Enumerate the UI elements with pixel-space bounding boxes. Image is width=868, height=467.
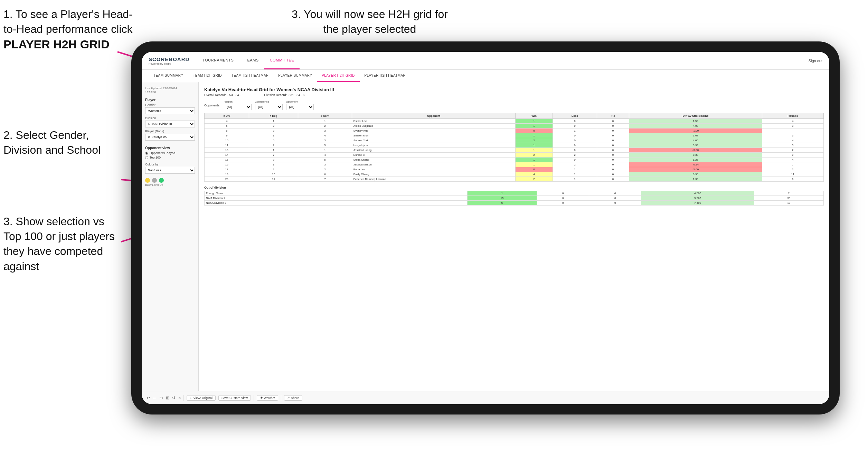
filter-region-select[interactable]: (All) bbox=[224, 104, 252, 110]
filter-region: Region (All) bbox=[224, 100, 252, 110]
data-table: # Div # Reg # Conf Opponent Win Loss Tie… bbox=[204, 113, 824, 182]
cell-win: 0 bbox=[515, 167, 553, 172]
colour-dots bbox=[145, 178, 195, 183]
cell-rounds: 2 bbox=[762, 167, 823, 172]
cell-opponent: Jessica Mason bbox=[352, 162, 515, 167]
toolbar-redo[interactable]: ↪ bbox=[160, 395, 163, 400]
cell-out-loss: 0 bbox=[537, 196, 589, 201]
cell-diff: 3.33 bbox=[629, 143, 762, 148]
cell-out-tie: 0 bbox=[589, 201, 641, 206]
cell-conf: 2 bbox=[298, 167, 352, 172]
nav-teams[interactable]: TEAMS bbox=[239, 52, 264, 69]
cell-div: 9 bbox=[205, 133, 249, 138]
cell-opponent: Federica Domecq Lacroze bbox=[352, 177, 515, 182]
nav-sign-out[interactable]: Sign out bbox=[809, 59, 822, 63]
nav-items: TOURNAMENTS TEAMS COMMITTEE bbox=[197, 52, 809, 69]
nav-committee[interactable]: COMMITTEE bbox=[264, 52, 300, 69]
cell-tie: 0 bbox=[597, 172, 629, 177]
cell-rounds: 7 bbox=[762, 162, 823, 167]
cell-diff: -3.00 bbox=[629, 148, 762, 153]
sub-nav-player-h2h-heatmap[interactable]: PLAYER H2H HEATMAP bbox=[360, 70, 411, 82]
cell-div: 19 bbox=[205, 172, 249, 177]
cell-reg: 6 bbox=[249, 138, 298, 143]
colour-label: Colour by bbox=[145, 163, 195, 166]
sidebar: Last Updated: 27/03/2024 16:55:38 Player… bbox=[142, 82, 199, 404]
cell-div: 18 bbox=[205, 167, 249, 172]
sidebar-player-label: Player bbox=[145, 98, 195, 102]
cell-loss: 2 bbox=[553, 153, 597, 158]
cell-out-loss: 0 bbox=[537, 191, 589, 196]
out-div-row: NCAA Division 2 5 0 0 7.400 10 bbox=[205, 201, 824, 206]
filter-conference-select[interactable]: (All) bbox=[255, 104, 283, 110]
sub-nav-team-h2h-heatmap[interactable]: TEAM H2H HEATMAP bbox=[227, 70, 273, 82]
cell-rounds: 6 bbox=[762, 177, 823, 182]
cell-reg: 10 bbox=[249, 172, 298, 177]
th-diff: Diff Av Strokes/Rnd bbox=[629, 113, 762, 119]
table-row: 14 7 4 Eunice Yi 2 2 0 0.38 9 bbox=[205, 153, 824, 158]
sub-nav-player-h2h-grid[interactable]: PLAYER H2H GRID bbox=[317, 70, 359, 82]
nav-tournaments[interactable]: TOURNAMENTS bbox=[197, 52, 239, 69]
filter-opponent-select[interactable]: (All) bbox=[286, 104, 314, 110]
table-row: 4 1 1 Esther Lee 1 0 0 1.50 4 bbox=[205, 119, 824, 124]
cell-rounds: 3 bbox=[762, 133, 823, 138]
cell-opponent: Jessica Huang bbox=[352, 148, 515, 153]
cell-out-diff: 4.500 bbox=[641, 191, 754, 196]
colour-select[interactable]: Win/Loss bbox=[145, 167, 195, 174]
toolbar-refresh[interactable]: ↺ bbox=[172, 395, 176, 400]
sidebar-gender-select[interactable]: Women's Men's bbox=[145, 107, 195, 114]
logo-title: SCOREBOARD bbox=[149, 56, 190, 62]
toolbar-circle[interactable]: ○ bbox=[178, 395, 181, 400]
toolbar-undo[interactable]: ↩ bbox=[147, 395, 150, 400]
toolbar-save-custom-view[interactable]: Save Custom View bbox=[218, 395, 251, 401]
toolbar-view-original[interactable]: ⊡ View: Original bbox=[187, 395, 216, 401]
cell-win: 1 bbox=[515, 133, 553, 138]
cell-reg: 1 bbox=[249, 162, 298, 167]
filter-opponent-label: Opponent bbox=[286, 100, 314, 103]
out-of-division-table: Foreign Team 1 0 0 4.500 2 NAIA Division… bbox=[204, 191, 824, 206]
cell-rounds: 3 bbox=[762, 143, 823, 148]
cell-opponent: Sydney Kuo bbox=[352, 128, 515, 133]
table-body: 4 1 1 Esther Lee 1 0 0 1.50 4 5 2 2 Alex… bbox=[205, 119, 824, 182]
colour-dot-level bbox=[152, 178, 157, 183]
cell-win: 4 bbox=[515, 172, 553, 177]
cell-tie: 0 bbox=[597, 133, 629, 138]
logo-subtitle: Powered by clippd bbox=[149, 62, 190, 65]
cell-diff: 1.33 bbox=[629, 177, 762, 182]
cell-rounds: 3 bbox=[762, 124, 823, 128]
cell-tie: 0 bbox=[597, 143, 629, 148]
sub-nav-player-summary[interactable]: PLAYER SUMMARY bbox=[273, 70, 317, 82]
sidebar-division-label: Division bbox=[145, 116, 195, 120]
cell-win: 1 bbox=[515, 143, 553, 148]
table-row: 20 11 7 Federica Domecq Lacroze 2 1 0 1.… bbox=[205, 177, 824, 182]
toolbar-back[interactable]: ← bbox=[153, 395, 157, 400]
cell-reg: 8 bbox=[249, 158, 298, 162]
colour-dot-down bbox=[145, 178, 150, 183]
cell-conf: 4 bbox=[298, 133, 352, 138]
cell-loss: 1 bbox=[553, 172, 597, 177]
toolbar-share[interactable]: ↗ Share bbox=[284, 395, 302, 401]
sidebar-player-rank-select[interactable]: 8. Katelyn Vo bbox=[145, 134, 195, 141]
cell-out-rounds: 2 bbox=[754, 191, 823, 196]
cell-win: 1 bbox=[515, 124, 553, 128]
cell-reg: 11 bbox=[249, 177, 298, 182]
cell-tie: 0 bbox=[597, 124, 629, 128]
sidebar-division-select[interactable]: NCAA Division III NCAA Division I NCAA D… bbox=[145, 121, 195, 127]
cell-rounds: 4 bbox=[762, 138, 823, 143]
radio-top100[interactable]: Top 100 bbox=[145, 156, 195, 159]
cell-out-name: NCAA Division 2 bbox=[205, 201, 468, 206]
toolbar-grid[interactable]: ⊞ bbox=[166, 395, 169, 400]
cell-opponent: Sharon Mun bbox=[352, 133, 515, 138]
cell-opponent: Eunice Yi bbox=[352, 153, 515, 158]
cell-div: 5 bbox=[205, 124, 249, 128]
cell-loss: 1 bbox=[553, 128, 597, 133]
sub-nav-team-summary[interactable]: TEAM SUMMARY bbox=[149, 70, 188, 82]
instruction-top-left: 1. To see a Player's Head-to-Head perfor… bbox=[3, 7, 135, 53]
cell-out-tie: 0 bbox=[589, 196, 641, 201]
tablet-screen: SCOREBOARD Powered by clippd TOURNAMENTS… bbox=[142, 52, 829, 404]
toolbar-watch[interactable]: 👁 Watch ▾ bbox=[257, 395, 278, 401]
th-conf: # Conf bbox=[298, 113, 352, 119]
radio-opponents-played[interactable]: Opponents Played bbox=[145, 151, 195, 155]
cell-out-win: 5 bbox=[467, 201, 537, 206]
sub-nav-team-h2h-grid[interactable]: TEAM H2H GRID bbox=[188, 70, 227, 82]
cell-diff: 4.00 bbox=[629, 124, 762, 128]
